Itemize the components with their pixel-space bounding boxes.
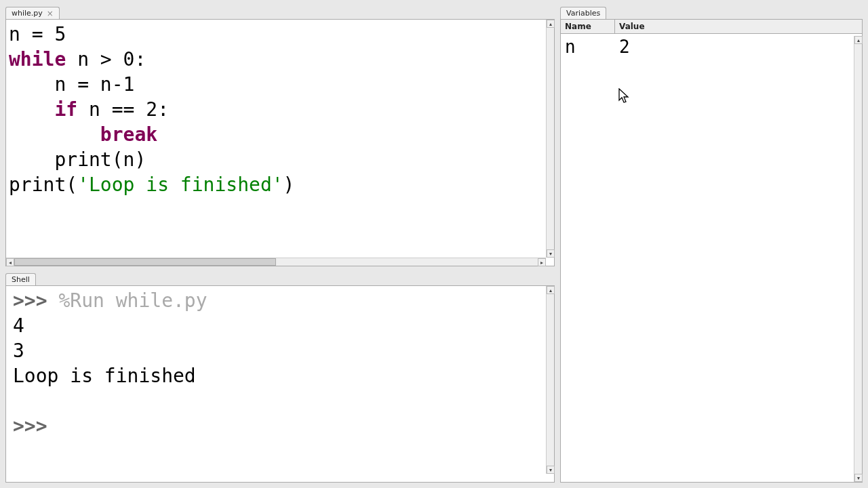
variables-tabstrip: Variables: [560, 5, 863, 19]
code-number: 5: [54, 23, 66, 45]
variable-name: n: [565, 37, 619, 57]
code-string: 'Loop is finished': [77, 174, 283, 196]
variables-tab-label: Variables: [566, 9, 600, 18]
scroll-left-icon[interactable]: ◂: [6, 258, 14, 266]
code-text: [9, 123, 100, 146]
variables-body: n 2: [561, 34, 862, 482]
code-text: ): [283, 174, 295, 196]
code-text: n ==: [77, 98, 146, 121]
scroll-up-icon[interactable]: ▴: [547, 286, 555, 294]
shell-run-command: %Run while.py: [58, 289, 207, 312]
scroll-down-icon[interactable]: ▾: [547, 249, 555, 258]
variables-col-value[interactable]: Value: [615, 20, 862, 33]
shell-prompt: >>>: [13, 415, 47, 437]
shell-output: 4: [13, 314, 24, 337]
code-editor[interactable]: n = 5 while n > 0: n = n-1 if n == 2: br…: [6, 20, 554, 266]
shell-frame: >>> %Run while.py 4 3 Loop is finished >…: [5, 285, 555, 483]
code-text: [9, 98, 54, 121]
code-number: 0: [123, 48, 135, 70]
variable-row[interactable]: n 2: [561, 34, 862, 60]
variable-value: 2: [619, 37, 858, 57]
scroll-down-icon[interactable]: ▾: [854, 474, 863, 482]
code-keyword: break: [100, 123, 157, 146]
code-text: :: [157, 98, 169, 121]
editor-tabstrip: while.py ×: [5, 5, 555, 19]
variables-col-name[interactable]: Name: [561, 20, 615, 33]
close-icon[interactable]: ×: [47, 9, 54, 18]
shell-tab[interactable]: Shell: [5, 273, 36, 285]
editor-vscrollbar[interactable]: ▴ ▾: [546, 20, 554, 258]
code-keyword: if: [54, 98, 77, 121]
scroll-right-icon[interactable]: ▸: [538, 258, 546, 266]
code-keyword: while: [9, 48, 66, 70]
variables-panel: Variables Name Value n 2: [560, 5, 863, 483]
shell-tabstrip: Shell: [5, 272, 555, 285]
ide-workspace: while.py × n = 5 while n > 0: n = n-1 if…: [0, 0, 868, 488]
scroll-up-icon[interactable]: ▴: [547, 20, 555, 28]
editor-tab-while[interactable]: while.py ×: [5, 7, 60, 19]
code-number: 2: [146, 98, 157, 121]
code-text: n >: [66, 48, 123, 70]
shell-tab-label: Shell: [12, 275, 30, 284]
shell-panel: Shell >>> %Run while.py 4 3 Loop is fini…: [5, 272, 555, 483]
code-number: 1: [123, 73, 135, 96]
editor-panel: while.py × n = 5 while n > 0: n = n-1 if…: [5, 5, 555, 266]
shell-console[interactable]: >>> %Run while.py 4 3 Loop is finished >…: [6, 286, 554, 482]
code-text: n = n-: [9, 73, 123, 96]
scroll-up-icon[interactable]: ▴: [854, 36, 863, 44]
shell-output: 3: [13, 340, 24, 362]
shell-prompt: >>>: [13, 289, 47, 312]
editor-tab-label: while.py: [12, 9, 43, 18]
variables-frame: Name Value n 2 ▴ ▾: [560, 19, 863, 483]
left-column: while.py × n = 5 while n > 0: n = n-1 if…: [5, 5, 555, 483]
code-text: n =: [9, 23, 54, 45]
editor-frame: n = 5 while n > 0: n = n-1 if n == 2: br…: [5, 19, 555, 266]
editor-hscrollbar[interactable]: ◂ ▸: [6, 258, 546, 266]
variables-tab[interactable]: Variables: [560, 7, 606, 19]
shell-vscrollbar[interactable]: ▴ ▾: [546, 286, 554, 474]
variables-vscrollbar[interactable]: ▴ ▾: [854, 36, 862, 482]
hscroll-thumb[interactable]: [14, 258, 276, 266]
scroll-down-icon[interactable]: ▾: [547, 466, 555, 474]
code-text: print(: [9, 174, 77, 196]
code-text: print(n): [9, 148, 146, 171]
shell-output: Loop is finished: [13, 365, 196, 387]
mouse-cursor-icon: [618, 88, 629, 104]
right-column: Variables Name Value n 2: [560, 5, 863, 483]
code-text: :: [134, 48, 146, 70]
hscroll-track[interactable]: [14, 258, 538, 266]
variables-header: Name Value: [561, 20, 862, 34]
